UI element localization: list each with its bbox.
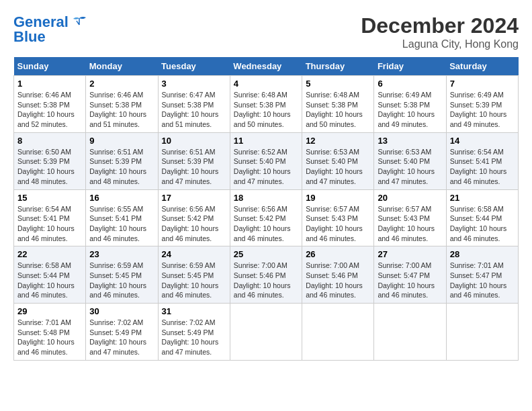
calendar-cell: 4 Sunrise: 6:48 AM Sunset: 5:38 PM Dayli… [230,76,302,133]
day-info: Sunrise: 7:02 AM Sunset: 5:49 PM Dayligh… [162,318,226,357]
calendar-cell [302,304,374,361]
day-number: 28 [450,249,515,259]
day-number: 13 [378,136,442,146]
page-header: General Blue December 2024 Laguna City, … [13,13,519,50]
day-info: Sunrise: 6:46 AM Sunset: 5:38 PM Dayligh… [17,90,82,130]
day-info: Sunrise: 6:51 AM Sunset: 5:39 PM Dayligh… [162,147,226,187]
day-info: Sunrise: 7:00 AM Sunset: 5:46 PM Dayligh… [234,261,298,300]
day-info: Sunrise: 7:01 AM Sunset: 5:47 PM Dayligh… [450,261,515,300]
week-row: 15 Sunrise: 6:54 AM Sunset: 5:41 PM Dayl… [14,189,519,246]
calendar-cell: 3 Sunrise: 6:47 AM Sunset: 5:38 PM Dayli… [158,76,230,133]
day-number: 29 [17,306,82,316]
day-info: Sunrise: 6:57 AM Sunset: 5:43 PM Dayligh… [306,204,370,244]
calendar-cell: 23 Sunrise: 6:59 AM Sunset: 5:45 PM Dayl… [86,246,158,304]
day-info: Sunrise: 6:57 AM Sunset: 5:43 PM Dayligh… [378,204,442,244]
day-number: 20 [378,193,442,203]
day-number: 23 [89,249,154,259]
col-header-monday: Monday [86,57,158,76]
day-number: 22 [17,249,82,259]
calendar-cell: 28 Sunrise: 7:01 AM Sunset: 5:47 PM Dayl… [446,246,518,304]
day-info: Sunrise: 7:02 AM Sunset: 5:49 PM Dayligh… [89,318,154,357]
day-number: 21 [450,193,515,203]
calendar-cell: 15 Sunrise: 6:54 AM Sunset: 5:41 PM Dayl… [14,189,86,246]
day-info: Sunrise: 6:55 AM Sunset: 5:41 PM Dayligh… [89,204,154,244]
day-info: Sunrise: 6:54 AM Sunset: 5:41 PM Dayligh… [17,204,82,244]
day-number: 6 [378,79,442,89]
day-number: 2 [89,79,154,89]
col-header-wednesday: Wednesday [230,57,302,76]
calendar-cell: 18 Sunrise: 6:56 AM Sunset: 5:42 PM Dayl… [230,189,302,246]
day-number: 30 [89,306,154,316]
week-row: 8 Sunrise: 6:50 AM Sunset: 5:39 PM Dayli… [14,132,519,189]
calendar-cell: 20 Sunrise: 6:57 AM Sunset: 5:43 PM Dayl… [374,189,446,246]
day-number: 3 [162,79,226,89]
day-number: 8 [17,136,82,146]
day-info: Sunrise: 6:56 AM Sunset: 5:42 PM Dayligh… [162,204,226,244]
day-info: Sunrise: 6:54 AM Sunset: 5:41 PM Dayligh… [450,147,515,187]
calendar-cell: 13 Sunrise: 6:53 AM Sunset: 5:40 PM Dayl… [374,132,446,189]
day-info: Sunrise: 6:48 AM Sunset: 5:38 PM Dayligh… [306,90,370,130]
calendar-cell: 22 Sunrise: 6:58 AM Sunset: 5:44 PM Dayl… [14,246,86,304]
day-number: 10 [162,136,226,146]
calendar-cell: 9 Sunrise: 6:51 AM Sunset: 5:39 PM Dayli… [86,132,158,189]
day-info: Sunrise: 6:58 AM Sunset: 5:44 PM Dayligh… [450,204,515,244]
day-info: Sunrise: 6:59 AM Sunset: 5:45 PM Dayligh… [89,261,154,300]
day-number: 16 [89,193,154,203]
calendar-cell: 16 Sunrise: 6:55 AM Sunset: 5:41 PM Dayl… [86,189,158,246]
day-number: 7 [450,79,515,89]
location: Laguna City, Hong Kong [361,38,519,50]
day-number: 17 [162,193,226,203]
calendar-cell: 10 Sunrise: 6:51 AM Sunset: 5:39 PM Dayl… [158,132,230,189]
day-info: Sunrise: 6:53 AM Sunset: 5:40 PM Dayligh… [306,147,370,187]
calendar-cell [230,304,302,361]
day-info: Sunrise: 6:46 AM Sunset: 5:38 PM Dayligh… [89,90,154,130]
calendar-table: SundayMondayTuesdayWednesdayThursdayFrid… [13,57,519,361]
calendar-cell: 12 Sunrise: 6:53 AM Sunset: 5:40 PM Dayl… [302,132,374,189]
calendar-cell: 2 Sunrise: 6:46 AM Sunset: 5:38 PM Dayli… [86,76,158,133]
day-info: Sunrise: 6:50 AM Sunset: 5:39 PM Dayligh… [17,147,82,187]
calendar-cell: 26 Sunrise: 7:00 AM Sunset: 5:46 PM Dayl… [302,246,374,304]
day-info: Sunrise: 7:01 AM Sunset: 5:48 PM Dayligh… [17,318,82,357]
day-number: 19 [306,193,370,203]
col-header-sunday: Sunday [14,57,86,76]
day-number: 26 [306,249,370,259]
calendar-cell: 1 Sunrise: 6:46 AM Sunset: 5:38 PM Dayli… [14,76,86,133]
week-row: 22 Sunrise: 6:58 AM Sunset: 5:44 PM Dayl… [14,246,519,304]
calendar-cell: 5 Sunrise: 6:48 AM Sunset: 5:38 PM Dayli… [302,76,374,133]
day-number: 27 [378,249,442,259]
day-number: 31 [162,306,226,316]
col-header-thursday: Thursday [302,57,374,76]
calendar-cell: 7 Sunrise: 6:49 AM Sunset: 5:39 PM Dayli… [446,76,518,133]
calendar-cell: 17 Sunrise: 6:56 AM Sunset: 5:42 PM Dayl… [158,189,230,246]
title-section: December 2024 Laguna City, Hong Kong [361,13,519,50]
day-number: 9 [89,136,154,146]
day-info: Sunrise: 6:49 AM Sunset: 5:38 PM Dayligh… [378,90,442,130]
col-header-friday: Friday [374,57,446,76]
calendar-cell: 27 Sunrise: 7:00 AM Sunset: 5:47 PM Dayl… [374,246,446,304]
calendar-cell: 25 Sunrise: 7:00 AM Sunset: 5:46 PM Dayl… [230,246,302,304]
calendar-cell: 6 Sunrise: 6:49 AM Sunset: 5:38 PM Dayli… [374,76,446,133]
day-info: Sunrise: 7:00 AM Sunset: 5:46 PM Dayligh… [306,261,370,300]
day-info: Sunrise: 6:52 AM Sunset: 5:40 PM Dayligh… [234,147,298,187]
day-info: Sunrise: 6:59 AM Sunset: 5:45 PM Dayligh… [162,261,226,300]
day-info: Sunrise: 6:51 AM Sunset: 5:39 PM Dayligh… [89,147,154,187]
day-number: 11 [234,136,298,146]
day-info: Sunrise: 7:00 AM Sunset: 5:47 PM Dayligh… [378,261,442,300]
col-header-tuesday: Tuesday [158,57,230,76]
calendar-cell: 30 Sunrise: 7:02 AM Sunset: 5:49 PM Dayl… [86,304,158,361]
day-number: 25 [234,249,298,259]
col-header-saturday: Saturday [446,57,518,76]
week-row: 1 Sunrise: 6:46 AM Sunset: 5:38 PM Dayli… [14,76,519,133]
day-number: 4 [234,79,298,89]
day-number: 24 [162,249,226,259]
day-info: Sunrise: 6:48 AM Sunset: 5:38 PM Dayligh… [234,90,298,130]
calendar-cell: 14 Sunrise: 6:54 AM Sunset: 5:41 PM Dayl… [446,132,518,189]
day-info: Sunrise: 6:58 AM Sunset: 5:44 PM Dayligh… [17,261,82,300]
calendar-cell [446,304,518,361]
calendar-cell: 31 Sunrise: 7:02 AM Sunset: 5:49 PM Dayl… [158,304,230,361]
day-number: 1 [17,79,82,89]
day-info: Sunrise: 6:53 AM Sunset: 5:40 PM Dayligh… [378,147,442,187]
header-row: SundayMondayTuesdayWednesdayThursdayFrid… [14,57,519,76]
logo-bird-icon [70,15,89,30]
day-info: Sunrise: 6:49 AM Sunset: 5:39 PM Dayligh… [450,90,515,130]
